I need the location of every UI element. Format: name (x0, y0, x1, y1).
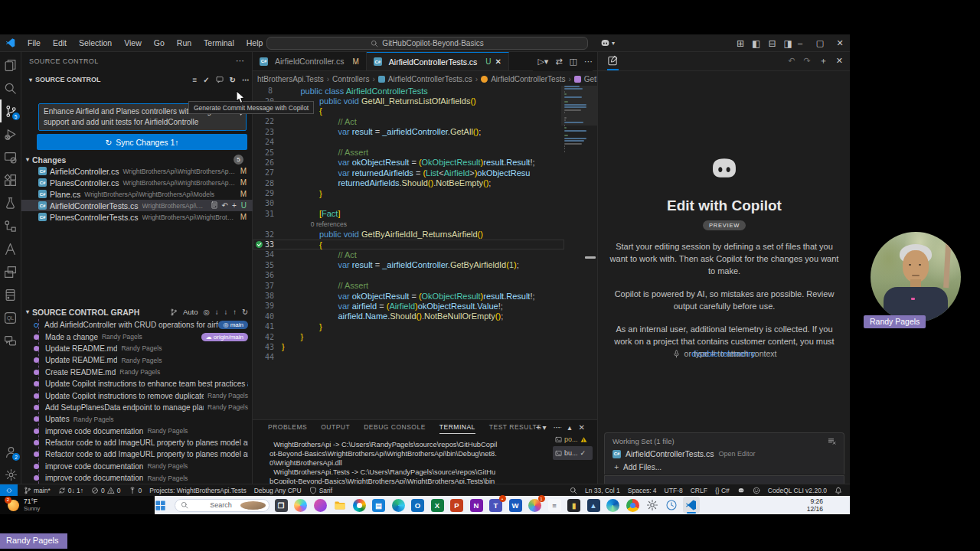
discard-icon[interactable]: ↶ (222, 201, 228, 210)
sync-changes-button[interactable]: ↻ Sync Changes 1↑ (37, 134, 247, 150)
widgets-area[interactable]: 2 71°F Sunny (0, 496, 155, 514)
activity-item-workflow[interactable] (0, 214, 21, 237)
panel-tab-debug-console[interactable]: DEBUG CONSOLE (364, 420, 426, 434)
activity-item-chat[interactable] (0, 329, 21, 352)
menu-terminal[interactable]: Terminal (198, 37, 240, 49)
commit-row[interactable]: improve code documentationRandy Pagels (21, 472, 253, 484)
code-line[interactable]: 36 (253, 270, 564, 280)
status-copilot-status[interactable] (737, 487, 745, 494)
copilot-menu-icon[interactable]: ▾ (599, 37, 615, 49)
change-row[interactable]: C#Plane.csWrightBrothersApi\WrightBrothe… (21, 188, 253, 200)
commit-row[interactable]: UpatesRandy Pagels (21, 413, 253, 425)
command-center[interactable]: GitHubCopilot-Beyond-Basics (266, 37, 588, 50)
refresh-graph-icon[interactable]: ↻ (242, 308, 248, 316)
editor-more-icon[interactable]: ⋯ (584, 57, 593, 67)
activity-item-account[interactable]: 2 (0, 440, 21, 463)
taskbar-app-onenote[interactable]: N (468, 497, 485, 514)
status-language-mode[interactable]: {} C# (715, 487, 730, 494)
terminal-session[interactable]: bu...✓ (553, 446, 593, 460)
fetch-icon[interactable]: ↓ (215, 308, 219, 316)
taskbar-search[interactable]: Search (175, 499, 270, 512)
activity-item-layers[interactable] (0, 260, 21, 283)
commit-check-icon[interactable]: ✓ (203, 76, 209, 84)
code-line[interactable]: 28returnedAirfields.Should().NotBeEmpty(… (253, 178, 564, 188)
close-copilot-icon[interactable]: ✕ (836, 56, 843, 66)
taskbar-clock[interactable]: 9:26 12/16 (807, 498, 823, 514)
new-session-icon[interactable]: ＋ (819, 55, 828, 67)
toggle-panel-icon[interactable]: ⊟ (768, 38, 776, 49)
code-line[interactable]: 32public void GetByAirfieldId_ReturnsAir… (253, 229, 564, 239)
breadcrumb-item[interactable]: htBrothersApi.Tests (257, 75, 324, 83)
status-notifications[interactable] (835, 487, 842, 494)
minimize-button[interactable]: – (790, 34, 810, 52)
status-projects[interactable]: Projects: WrightBrothersApi.Tests (149, 487, 246, 494)
more-actions-icon[interactable]: ⋯ (242, 76, 250, 84)
commit-row[interactable]: Add SetupPlanesData endpoint to manage p… (21, 402, 253, 413)
split-editor-icon[interactable]: ◫ (570, 57, 577, 67)
menu-run[interactable]: Run (172, 37, 197, 49)
activity-item-beaker[interactable] (0, 191, 21, 214)
open-file-icon[interactable] (211, 201, 218, 210)
code-line[interactable]: 44 (253, 352, 564, 362)
edit-session-tab[interactable] (607, 55, 619, 70)
breadcrumb-item[interactable]: AirfieldControllerTests.cs (388, 75, 472, 83)
code-line[interactable]: 29} (253, 188, 564, 198)
taskbar-app-excel[interactable]: X (429, 497, 446, 514)
activity-item-remote[interactable] (0, 145, 21, 168)
target-icon[interactable]: ◎ (203, 308, 209, 316)
taskbar-app-photos[interactable] (351, 497, 368, 514)
code-line[interactable]: 27var returnedAirfields = (List<Airfield… (253, 168, 564, 178)
menu-edit[interactable]: Edit (47, 37, 72, 49)
activity-item-files[interactable] (0, 54, 21, 77)
code-line[interactable]: 24 (253, 137, 564, 147)
customize-layout-icon[interactable]: ⊞ (737, 38, 744, 49)
code-line[interactable]: 8public class AirfieldControllerTests (253, 86, 564, 96)
status-indentation[interactable]: Spaces: 4 (628, 487, 657, 494)
status-eol[interactable]: CRLF (691, 487, 707, 494)
menu-go[interactable]: Go (149, 37, 170, 49)
commit-row[interactable]: Update README.mdRandy Pagels (21, 343, 253, 354)
commit-row[interactable]: Update README.mdRandy Pagels (21, 354, 253, 366)
minimap[interactable] (564, 86, 595, 369)
editor-tab[interactable]: C#AirfieldControllerTests.csU✕ (367, 52, 509, 70)
activity-item-gear[interactable] (0, 463, 21, 486)
commit-row[interactable]: Update Copilot instructions to enhance t… (21, 378, 253, 390)
run-test-icon[interactable]: ▷▾ (537, 57, 548, 67)
commit-row[interactable]: Refactor code to add ImageURL property t… (21, 448, 253, 460)
activity-item-codeql[interactable]: QL (0, 306, 21, 329)
code-line[interactable]: 33{ (253, 240, 564, 249)
taskbar-app-dev-tool[interactable]: ▮ (566, 497, 583, 514)
menu-help[interactable]: Help (241, 37, 269, 49)
redo-icon[interactable]: ↷ (804, 56, 811, 66)
comment-icon[interactable] (216, 76, 224, 83)
activity-item-server[interactable] (0, 283, 21, 306)
status-remote-indicator[interactable] (0, 484, 18, 497)
status-screencast[interactable] (570, 487, 577, 494)
code-line[interactable]: 22// Act (253, 116, 564, 126)
taskbar-app-teams[interactable]: T• (488, 497, 505, 514)
activity-item-azure[interactable] (0, 237, 21, 260)
code-line[interactable]: 37// Assert (253, 280, 564, 290)
taskbar-app-file-explorer[interactable] (332, 497, 348, 514)
status-feedback[interactable] (753, 487, 760, 494)
start-button[interactable] (153, 498, 167, 512)
code-line[interactable]: 42} (253, 331, 564, 341)
panel-tab-problems[interactable]: PROBLEMS (268, 420, 307, 434)
code-line[interactable]: 23var result = _airfieldController.GetAl… (253, 127, 564, 137)
codelens-references[interactable]: 0 references (282, 220, 347, 228)
breadcrumb-item[interactable]: AirfieldControllerTests (491, 75, 565, 83)
status-ports[interactable]: 0 (129, 487, 142, 494)
taskbar-app-settings-app[interactable] (644, 497, 661, 514)
pull-icon[interactable]: ↓ (224, 308, 228, 316)
editor-tab[interactable]: C#AirfieldController.csM (253, 52, 367, 70)
code-line[interactable]: 30 (253, 198, 564, 208)
clear-working-set-icon[interactable] (828, 437, 836, 445)
status-build-config[interactable]: Debug Any CPU (254, 487, 302, 494)
status-sync-changes[interactable]: 0↓ 1↑ (58, 487, 83, 494)
change-row[interactable]: C#PlanesController.csWrightBrothersApi\W… (21, 177, 253, 188)
change-row[interactable]: C#PlanesControllerTests.csWrightBrothers… (21, 211, 253, 223)
change-row[interactable]: C#AirfieldController.csWrightBrothersApi… (21, 165, 253, 177)
taskbar-app-edge[interactable] (390, 497, 407, 514)
status-problems[interactable]: 00 (91, 487, 120, 494)
menu-view[interactable]: View (119, 37, 147, 49)
